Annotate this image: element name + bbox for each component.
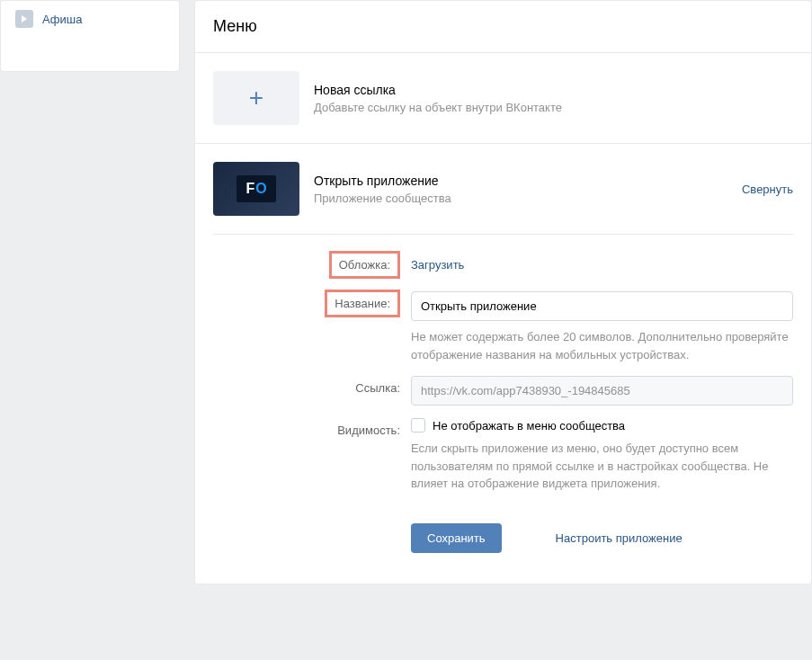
app-link-info: Открыть приложение Приложение сообщества (314, 174, 727, 205)
app-link-subtitle: Приложение сообщества (314, 192, 727, 205)
new-link-subtitle: Добавьте ссылку на объект внутри ВКонтак… (314, 101, 793, 114)
app-logo: F O (236, 175, 275, 202)
main-panel: Меню + Новая ссылка Добавьте ссылку на о… (194, 0, 812, 584)
content: + Новая ссылка Добавьте ссылку на объект… (195, 53, 811, 584)
sidebar: Афиша (0, 0, 180, 72)
form-row-link: Ссылка: (314, 376, 793, 406)
form-row-actions: Сохранить Настроить приложение (314, 505, 793, 553)
play-icon (15, 10, 33, 28)
visibility-help: Если скрыть приложение из меню, оно буде… (411, 440, 793, 493)
app-link-title: Открыть приложение (314, 174, 727, 188)
new-link-info: Новая ссылка Добавьте ссылку на объект в… (314, 83, 793, 114)
app-logo-letter-o: O (255, 181, 266, 197)
form-row-name: Название: Не может содержать более 20 си… (314, 291, 793, 363)
cover-label: Обложка: (329, 251, 400, 279)
visibility-label: Видимость: (314, 418, 400, 437)
divider (195, 143, 811, 144)
form-row-cover: Обложка: Загрузить (314, 253, 793, 279)
new-link-title: Новая ссылка (314, 83, 793, 97)
name-help: Не может содержать более 20 символов. До… (411, 328, 793, 363)
plus-icon: + (249, 84, 263, 112)
form: Обложка: Загрузить Название: Не может со… (213, 253, 793, 553)
visibility-checkbox[interactable] (411, 418, 425, 433)
sidebar-item-label: Афиша (42, 13, 82, 26)
form-row-visibility: Видимость: Не отображать в меню сообщест… (314, 418, 793, 493)
link-label: Ссылка: (314, 376, 400, 395)
new-link-item[interactable]: + Новая ссылка Добавьте ссылку на объект… (213, 71, 793, 143)
app-link-thumb: F O (213, 162, 299, 216)
name-input[interactable] (411, 291, 793, 321)
new-link-thumb: + (213, 71, 299, 125)
app-logo-letter-f: F (245, 181, 254, 197)
collapse-link[interactable]: Свернуть (742, 183, 793, 196)
name-label: Название: (325, 290, 400, 317)
page-title: Меню (213, 17, 793, 36)
sidebar-item-afisha[interactable]: Афиша (1, 1, 179, 37)
configure-app-link[interactable]: Настроить приложение (556, 531, 683, 545)
upload-cover-link[interactable]: Загрузить (411, 253, 464, 272)
save-button[interactable]: Сохранить (411, 523, 502, 553)
header: Меню (195, 1, 811, 53)
app-link-item: F O Открыть приложение Приложение сообще… (213, 162, 793, 235)
visibility-checkbox-label: Не отображать в меню сообщества (433, 419, 625, 433)
link-input[interactable] (411, 376, 793, 406)
